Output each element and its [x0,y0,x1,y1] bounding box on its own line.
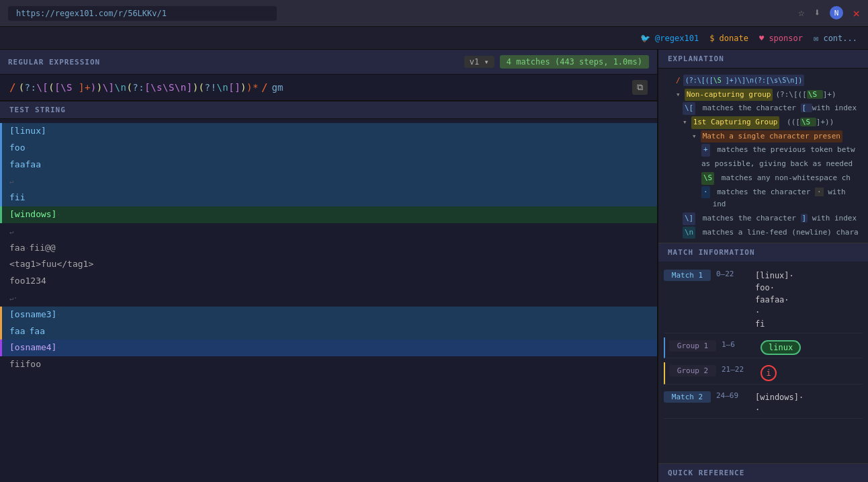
regex-flags[interactable]: gm [272,82,284,93]
profile-icon[interactable]: N [830,6,843,19]
group-row-1: Group 1 1–6 linux [664,337,863,358]
regex-open-slash: / [9,81,16,94]
exp-line-space: · matches the character · with ind [664,186,863,212]
exp-line-main: / (?:\[([\S ]+)\]\n(?:[\s\S\n]) [664,74,863,88]
exp-token-bracket-open: \[ [683,102,695,115]
match-badge-2: Match 2 [664,391,711,403]
nav-contact[interactable]: ✉ cont... [814,34,857,43]
group-1-value: linux [761,340,801,355]
group-badge-1: Group 1 [669,340,716,352]
match-count-badge: 4 matches (443 steps, 1.0ms) [500,55,649,69]
exp-token-plus: + [701,144,710,157]
exp-line-plus: + matches the previous token betw [664,143,863,157]
explanation-header: EXPLANATION [658,50,868,69]
match-1-value: [linux]·foo·faafaa··fi [755,270,794,330]
browser-icons: ☆ ⬇ N × [798,6,860,20]
nav-bar: 🐦 @regex101 $ donate ♥ sponsor ✉ cont... [0,27,868,50]
test-line-13: faa·faa [0,323,657,340]
nav-sponsor[interactable]: ♥ sponsor [759,34,803,43]
exp-token-cg1: 1st Capturing Group [691,116,780,129]
match-2-value: [windows]·· [755,391,804,415]
test-line-12: [osname3]· [0,307,657,323]
exp-token-newline: \n [683,227,695,239]
regex-header-bar: REGULAR EXPRESSION v1 ▾ 4 matches (443 s… [0,50,657,75]
test-string-content[interactable]: [linux]· foo· faafaa· ↵ fii [windows]· ↵… [0,119,657,482]
test-line-4: ↵ [0,173,657,190]
group-row-2: Group 2 21–22 i [664,362,863,385]
test-string-label: TEST STRING [0,102,657,119]
exp-token-space: · [701,186,710,199]
test-line-15: fiifoo [0,356,657,373]
regex-expression-text[interactable]: (?:\[([\S ]+))\]\n(?:[\s\S\n])(?!\n[]))* [19,82,259,93]
exp-line-newline: \n matches a line-feed (newline) chara [664,226,863,240]
match-row-1: Match 1 0–22 [linux]·foo·faafaa··fi [664,267,863,333]
main-layout: REGULAR EXPRESSION v1 ▾ 4 matches (443 s… [0,50,868,482]
explanation-content: / (?:\[([\S ]+)\]\n(?:[\s\S\n]) ▾ Non-ca… [658,69,868,243]
test-line-6: [windows]· [0,206,657,223]
group-badge-2: Group 2 [669,365,716,376]
group-2-range: 21–22 [722,365,755,374]
quick-ref-header: QUICK REFERENCE [658,463,868,482]
exp-line-ncg: ▾ Non-capturing group (?:\[([\S ]+) [664,88,863,102]
test-line-11: ↵· [0,290,657,307]
test-line-8: faa·fii@@ [0,240,657,257]
left-panel: REGULAR EXPRESSION v1 ▾ 4 matches (443 s… [0,50,658,482]
exp-line-ws: \S matches any non-whitespace ch [664,171,863,186]
test-line-1: [linux]· [0,123,657,140]
right-panel: EXPLANATION / (?:\[([\S ]+)\]\n(?:[\s\S\… [658,50,868,482]
group-1-range: 1–6 [722,340,755,349]
menu-icon[interactable]: × [853,6,860,20]
match-info-header: MATCH INFORMATION [658,243,868,262]
exp-line-bracket-open: \[ matches the character [ with index [664,102,863,116]
exp-line-char-class: ▾ Match a single character presen [664,130,863,144]
test-line-5: fii [0,190,657,206]
match-row-2: Match 2 24–69 [windows]·· [664,389,863,419]
exp-line-cg1: ▾ 1st Capturing Group (([\S ]+)) [664,116,863,130]
test-line-2: foo· [0,140,657,157]
url-bar[interactable]: https://regex101.com/r/56LKKv/1 [8,6,277,21]
test-line-14: [osname4]· [0,339,657,356]
browser-chrome: https://regex101.com/r/56LKKv/1 ☆ ⬇ N × [0,0,868,27]
exp-line-bracket-close: \] matches the character ] with index [664,212,863,226]
nav-twitter[interactable]: 🐦 @regex101 [640,34,699,43]
test-line-9: <tag1>fuu</tag1> [0,256,657,273]
exp-token-main: (?:\[([\S ]+)\]\n(?:[\s\S\n]) [683,75,805,86]
exp-token-ws: \S [701,172,714,185]
test-line-10: foo1234 [0,273,657,290]
match-info-content: Match 1 0–22 [linux]·foo·faafaa··fi Grou… [658,262,868,463]
regex-expression-bar: / (?:\[([\S ]+))\]\n(?:[\s\S\n])(?!\n[])… [0,75,657,102]
regex-label: REGULAR EXPRESSION [8,58,100,67]
version-badge[interactable]: v1 ▾ [464,56,494,68]
match-2-range: 24–69 [716,391,750,400]
copy-regex-button[interactable]: ⧉ [632,80,648,95]
exp-token-bracket-close: \] [683,212,695,225]
bookmark-icon[interactable]: ☆ [798,6,805,20]
exp-line-greedy: as possible, giving back as needed [664,157,863,171]
group-2-value: i [761,365,777,381]
nav-donate[interactable]: $ donate [709,34,748,43]
test-line-7: ↵ [0,223,657,240]
exp-token-ncg: Non-capturing group [685,89,773,102]
download-icon[interactable]: ⬇ [814,6,821,20]
match-1-range: 0–22 [716,270,750,278]
exp-token-char-class: Match a single character presen [701,130,842,143]
test-line-3: faafaa· [0,157,657,173]
regex-close-slash: / [261,81,268,94]
match-badge-1: Match 1 [664,270,711,281]
